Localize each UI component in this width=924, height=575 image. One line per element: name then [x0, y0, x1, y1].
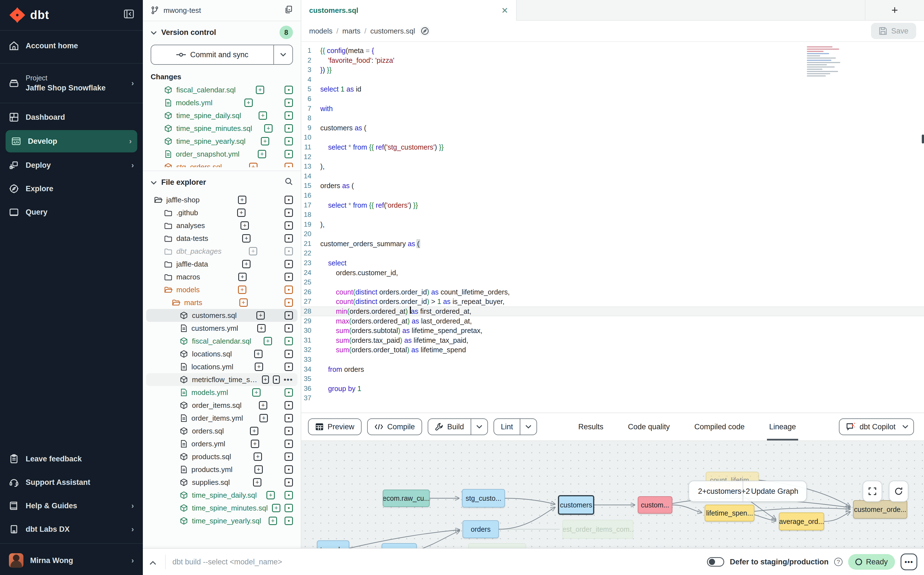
result-tab[interactable]: Code quality: [626, 413, 672, 440]
change-row[interactable]: fiscal_calendar.sql + •: [146, 83, 297, 96]
file-tree-row[interactable]: customers.sql + • •••: [146, 309, 297, 322]
dbt-copilot-button[interactable]: dbt Copilot: [839, 418, 914, 435]
copy-branch-icon[interactable]: [285, 5, 293, 16]
file-explorer-header[interactable]: File explorer: [143, 171, 301, 194]
lineage-node[interactable]: custom...: [638, 496, 672, 514]
stage-plus-icon[interactable]: +: [254, 465, 263, 474]
lineage-node[interactable]: orders: [463, 520, 499, 538]
status-badge[interactable]: Ready: [848, 554, 895, 570]
defer-toggle[interactable]: [707, 557, 724, 567]
compass-icon[interactable]: [420, 26, 430, 36]
lineage-node[interactable]: customer_orde...: [853, 500, 907, 519]
sidebar-item-user[interactable]: Mirna Wong ›: [0, 546, 143, 575]
compile-button[interactable]: Compile: [367, 418, 422, 435]
sidebar-item-help-guides[interactable]: Help & Guides ›: [0, 494, 143, 518]
update-graph-button[interactable]: Update Graph: [743, 481, 806, 501]
refresh-button[interactable]: [889, 481, 908, 502]
modified-dot-icon[interactable]: •: [285, 137, 293, 145]
graph-selector-input[interactable]: 2+customers+2: [689, 481, 743, 501]
commit-and-sync-button[interactable]: Commit and sync: [151, 44, 293, 65]
lineage-graph[interactable]: ecom.raw_cu... stg_custo... customers cu…: [301, 441, 924, 548]
modified-dot-icon[interactable]: •: [285, 504, 293, 512]
modified-dot-icon[interactable]: •: [285, 491, 293, 499]
file-tree-row[interactable]: products.sql + • •••: [146, 450, 297, 463]
search-icon[interactable]: [285, 177, 293, 187]
file-tree-row[interactable]: dbt_packages + • •••: [146, 245, 297, 257]
stage-plus-icon[interactable]: +: [257, 311, 265, 319]
version-control-header[interactable]: Version control 8: [143, 21, 301, 44]
more-options-button[interactable]: •••: [900, 553, 917, 570]
modified-dot-icon[interactable]: •: [285, 362, 293, 371]
stage-plus-icon[interactable]: +: [251, 440, 259, 448]
modified-dot-icon[interactable]: •: [285, 273, 293, 281]
help-icon[interactable]: ?: [834, 558, 843, 566]
scrollbar-thumb[interactable]: [922, 135, 924, 143]
modified-dot-icon[interactable]: •: [285, 440, 293, 448]
modified-dot-icon[interactable]: •: [285, 86, 293, 94]
stage-plus-icon[interactable]: +: [237, 208, 246, 217]
modified-dot-icon[interactable]: •: [285, 388, 293, 397]
stage-plus-icon[interactable]: +: [249, 247, 257, 256]
stage-plus-icon[interactable]: +: [239, 299, 248, 307]
change-row[interactable]: stg_orders.sql + •: [146, 160, 297, 167]
sidebar-item-query[interactable]: Query: [0, 200, 143, 224]
modified-dot-icon[interactable]: •: [285, 453, 293, 461]
tab-customers-sql[interactable]: customers.sql ✕: [301, 0, 517, 21]
file-tree-row[interactable]: macros + • •••: [146, 270, 297, 283]
stage-plus-icon[interactable]: +: [264, 124, 273, 133]
sidebar-item-dbt-labs-dx[interactable]: dbt Labs DX ›: [0, 518, 143, 541]
stage-plus-icon[interactable]: +: [252, 388, 261, 397]
stage-plus-icon[interactable]: +: [242, 260, 250, 268]
sidebar-item-account-home[interactable]: Account home: [0, 31, 143, 61]
code-editor[interactable]: 1 {{ config(meta = { 2 'favorite_food': …: [301, 42, 924, 413]
change-row[interactable]: time_spine_minutes.sql + •: [146, 122, 297, 135]
stage-plus-icon[interactable]: +: [238, 286, 246, 294]
lineage-node[interactable]: average_ord...: [779, 513, 824, 531]
modified-dot-icon[interactable]: •: [285, 311, 293, 319]
file-tree-row[interactable]: time_spine_minutes.sql + • •••: [146, 502, 297, 515]
sidebar-item-explore[interactable]: Explore: [0, 177, 143, 200]
sidebar-item-leave-feedback[interactable]: Leave feedback: [0, 447, 143, 470]
file-tree-row[interactable]: locations.sql + • •••: [146, 348, 297, 361]
modified-dot-icon[interactable]: •: [285, 324, 293, 332]
modified-dot-icon[interactable]: •: [285, 465, 293, 474]
change-row[interactable]: time_spine_daily.sql + •: [146, 109, 297, 122]
lineage-node[interactable]: stg_orders: [317, 540, 349, 548]
lineage-node[interactable]: lifetime_spen...: [705, 505, 754, 521]
dbt-command-input[interactable]: [171, 557, 701, 567]
stage-plus-icon[interactable]: +: [256, 86, 264, 94]
preview-button[interactable]: Preview: [308, 418, 361, 435]
lint-options-caret[interactable]: [520, 419, 536, 435]
change-row[interactable]: time_spine_yearly.sql + •: [146, 135, 297, 148]
stage-plus-icon[interactable]: +: [238, 273, 247, 281]
file-tree-row[interactable]: products.yml + • •••: [146, 463, 297, 476]
modified-dot-icon[interactable]: •: [285, 414, 293, 423]
file-tree-row[interactable]: metricflow_time_spine.sql + • •••: [146, 373, 297, 386]
stage-plus-icon[interactable]: +: [242, 234, 250, 243]
file-tree-row[interactable]: time_spine_daily.sql + • •••: [146, 489, 297, 502]
lineage-node[interactable]: order_it...: [382, 543, 417, 548]
close-icon[interactable]: ✕: [501, 6, 508, 15]
file-tree-row[interactable]: customers.yml + • •••: [146, 322, 297, 335]
modified-dot-icon[interactable]: •: [285, 221, 293, 230]
minimap[interactable]: [807, 45, 844, 78]
stage-plus-icon[interactable]: +: [255, 362, 263, 371]
stage-plus-icon[interactable]: +: [257, 324, 266, 332]
stage-plus-icon[interactable]: +: [254, 453, 262, 461]
result-tab[interactable]: Lineage: [767, 413, 798, 440]
result-tab[interactable]: Compiled code: [692, 413, 747, 440]
stage-plus-icon[interactable]: +: [253, 478, 262, 486]
file-tree-row[interactable]: jaffle-shop + • •••: [146, 194, 297, 206]
modified-dot-icon[interactable]: •: [273, 375, 280, 384]
fullscreen-button[interactable]: [863, 481, 882, 502]
file-tree-row[interactable]: marts + • •••: [146, 296, 297, 309]
stage-plus-icon[interactable]: +: [272, 504, 281, 512]
file-tree-row[interactable]: orders.sql + • •••: [146, 424, 297, 437]
file-tree-row[interactable]: fiscal_calendar.sql + • •••: [146, 335, 297, 348]
lineage-node[interactable]: test_order_items_com...: [563, 520, 633, 539]
lint-button[interactable]: Lint: [493, 418, 537, 435]
lineage-node[interactable]: ecom.raw_cu...: [383, 489, 430, 507]
stage-plus-icon[interactable]: +: [266, 491, 275, 499]
build-options-caret[interactable]: [471, 419, 487, 435]
modified-dot-icon[interactable]: •: [285, 208, 293, 217]
